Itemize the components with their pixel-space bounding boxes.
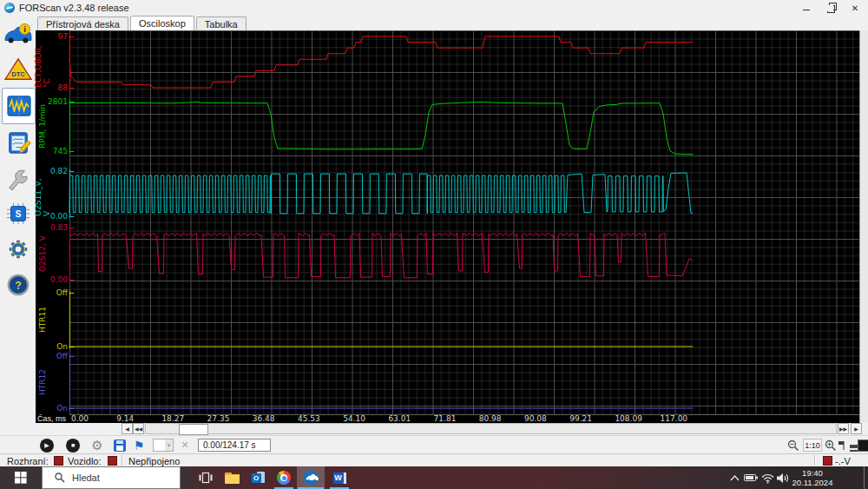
scroll-page-left-button[interactable]: ◀◀ (133, 423, 144, 434)
dtc-warning-icon: DTC (3, 57, 33, 82)
marker-select[interactable]: ▾ (153, 439, 174, 452)
sidebar-item-tests[interactable] (2, 125, 34, 160)
screen: FORScan v2.3.48 release ✕ Přístrojová de… (0, 0, 868, 489)
car-info-icon: i (3, 22, 33, 46)
svg-text:i: i (23, 25, 26, 34)
scrollbar-thumb[interactable] (179, 424, 208, 435)
restore-icon (827, 5, 835, 13)
gear-icon: ⚙ (91, 438, 102, 453)
connection-status: Nepřipojeno (128, 455, 180, 466)
zoom-out-button[interactable] (786, 438, 801, 453)
svg-text:DTC: DTC (11, 70, 25, 78)
speaker-icon (776, 472, 789, 484)
tray-chevron-button[interactable] (727, 466, 741, 489)
outlook-button[interactable]: O (245, 466, 271, 489)
double-arrow-left-icon: ◀◀ (135, 426, 142, 432)
oscilloscope-icon (4, 94, 34, 118)
status-bar: Rozhraní: Vozidlo: Nepřipojeno -.-V (0, 453, 868, 467)
vehicle-status-led (108, 455, 117, 466)
taskbar-search-input[interactable]: Hledat (42, 466, 181, 489)
show-desktop-button[interactable] (864, 466, 868, 489)
red-square-icon (54, 456, 63, 466)
separator (122, 455, 123, 466)
svg-text:?: ? (15, 280, 21, 292)
fullscreen-button[interactable] (856, 438, 868, 453)
clock-time: 19:40 (802, 468, 823, 478)
scope-settings-button[interactable]: ⚙ (89, 438, 105, 453)
chrome-button[interactable] (271, 466, 297, 489)
arrow-right-icon: ▶ (854, 426, 858, 432)
scroll-step-left-button[interactable]: ◀ (122, 423, 133, 434)
horizontal-scrollbar: ◀ ◀◀ ▶▶ ▶ (0, 423, 868, 435)
oscilloscope-plot[interactable]: Čas, ms 9788ECT,OBDII, °C2801745RPM, 1/m… (36, 30, 868, 423)
search-icon (55, 472, 65, 483)
tab-strip: Přístrojová deska Osciloskop Tabulka (36, 16, 868, 31)
scrollbar-track[interactable] (145, 423, 837, 434)
close-icon: ✕ (852, 3, 858, 13)
wifi-icon (761, 472, 774, 484)
scroll-step-right-button[interactable]: ▶ (851, 423, 862, 434)
flag-icon: ⚑ (134, 439, 145, 453)
save-log-button[interactable] (112, 438, 128, 453)
search-placeholder: Hledat (72, 472, 100, 483)
play-button[interactable]: ▶ (39, 438, 55, 453)
gear-icon (3, 237, 33, 261)
interface-status-led (54, 455, 63, 466)
window-title: FORScan v2.3.48 release (19, 3, 129, 13)
tab-oscilloscope[interactable]: Osciloskop (130, 16, 194, 30)
sidebar: i DTC (0, 16, 36, 453)
svg-text:S: S (15, 209, 21, 219)
sidebar-item-settings[interactable] (2, 232, 34, 267)
wrench-icon (3, 166, 33, 190)
interface-label: Rozhraní: (7, 455, 49, 466)
minimize-icon (803, 10, 810, 10)
windows-taskbar: Hledat O W (0, 466, 868, 489)
vertical-scrollbar[interactable] (859, 30, 868, 423)
forscan-taskbar-button[interactable] (297, 466, 325, 489)
start-button[interactable] (0, 466, 42, 489)
play-icon: ▶ (40, 439, 54, 453)
magnifier-minus-icon (787, 439, 799, 452)
tab-dashboard[interactable]: Přístrojová deska (37, 17, 128, 30)
playback-time-field[interactable]: 0.00/124.17 s (198, 439, 271, 452)
restore-button[interactable] (821, 2, 840, 14)
sidebar-item-dtc[interactable]: DTC (2, 52, 34, 87)
chevron-up-icon (730, 474, 740, 482)
stop-button[interactable]: ■ (65, 438, 81, 453)
file-explorer-button[interactable] (219, 466, 245, 489)
sidebar-item-oscilloscope[interactable] (2, 88, 36, 124)
tray-battery[interactable] (743, 466, 760, 489)
close-button[interactable]: ✕ (845, 2, 865, 14)
save-icon (114, 439, 126, 452)
clock-date: 20.11.2024 (792, 478, 833, 487)
scope-toolbar: ▶ ■ ⚙ ⚑ ▾ ✕ 0.00/124.17 s 1 (0, 435, 868, 454)
clear-markers-button[interactable]: ✕ (177, 438, 193, 453)
sidebar-item-help[interactable]: ? (2, 268, 34, 302)
sidebar-item-configuration[interactable]: S (2, 196, 34, 231)
chip-icon: S (3, 202, 33, 226)
vehicle-label: Vozidlo: (68, 455, 102, 466)
tray-wifi[interactable] (760, 466, 775, 489)
voltage-led (823, 455, 832, 466)
taskbar-clock[interactable]: 19:40 20.11.2024 (788, 466, 837, 489)
tab-table[interactable]: Tabulka (196, 17, 247, 30)
open-log-button[interactable]: ⚑ (131, 438, 147, 453)
scroll-page-right-button[interactable]: ▶▶ (838, 423, 849, 434)
task-view-button[interactable] (193, 466, 219, 489)
double-arrow-right-icon: ▶▶ (839, 426, 847, 432)
tab-table-label: Tabulka (205, 19, 238, 30)
word-icon: W (333, 472, 346, 485)
windows-logo-icon (15, 472, 27, 484)
scope-canvas (36, 30, 868, 423)
outlook-icon: O (252, 472, 265, 485)
chrome-icon (277, 471, 291, 485)
word-button[interactable]: W (326, 466, 352, 489)
battery-icon (744, 472, 759, 483)
checklist-icon (3, 130, 33, 155)
voltage-value: -.-V (835, 455, 851, 466)
red-square-icon (108, 456, 117, 466)
clear-icon: ✕ (181, 439, 188, 451)
sidebar-item-service[interactable] (2, 161, 34, 195)
minimize-button[interactable] (797, 2, 816, 14)
sidebar-item-vehicle-info[interactable]: i (2, 17, 34, 51)
